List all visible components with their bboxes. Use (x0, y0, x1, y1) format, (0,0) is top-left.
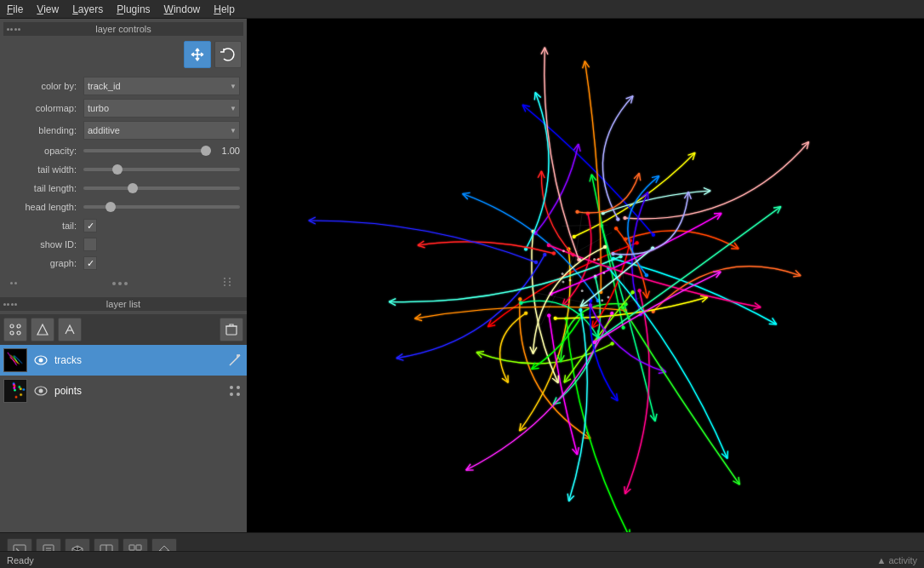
blending-dropdown-wrapper: additive translucent opaque (83, 121, 240, 140)
menubar: File View Layers Plugins Window Help (0, 0, 924, 19)
panel-handle-dots (10, 282, 17, 284)
new-labels-button[interactable] (58, 318, 82, 341)
menu-plugins[interactable]: Plugins (110, 2, 157, 17)
graph-checkbox[interactable] (83, 256, 97, 270)
panel-resize-handle[interactable] (223, 276, 237, 290)
head-length-label: head length: (7, 202, 83, 212)
tail-length-slider[interactable] (83, 186, 240, 190)
svg-point-16 (230, 386, 233, 389)
color-by-row: color by: track_id label age speed (3, 75, 243, 97)
status-text: Ready (7, 555, 876, 565)
svg-point-7 (17, 324, 20, 328)
graph-label: graph: (7, 258, 83, 268)
rotate-tool-button[interactable] (214, 41, 242, 68)
layer-list-label: layer list (106, 299, 140, 309)
show-id-checkbox[interactable] (83, 238, 97, 251)
colormap-dropdown[interactable]: turbo viridis plasma magma inferno (83, 99, 240, 118)
layer-list-header: layer list (0, 297, 247, 311)
colormap-row: colormap: turbo viridis plasma magma inf… (3, 97, 243, 119)
menu-window[interactable]: Window (157, 2, 208, 17)
tail-width-row: tail width: (3, 160, 243, 179)
svg-point-5 (229, 284, 231, 286)
color-by-dropdown[interactable]: track_id label age speed (83, 77, 240, 95)
points-layer-name: points (54, 385, 221, 397)
points-visibility-toggle[interactable] (32, 382, 49, 399)
menu-help[interactable]: Help (207, 2, 242, 17)
menu-file[interactable]: File (0, 2, 30, 17)
svg-point-9 (17, 331, 20, 335)
tracks-visibility-toggle[interactable] (32, 352, 49, 369)
blending-dropdown[interactable]: additive translucent opaque (83, 121, 240, 140)
opacity-slider-container: 1.00 (83, 146, 240, 156)
new-shapes-button[interactable] (31, 318, 54, 341)
points-type-icon (226, 382, 243, 399)
tail-length-label: tail length: (7, 183, 83, 193)
move-tool-button[interactable] (184, 41, 211, 68)
svg-point-1 (229, 278, 231, 279)
menu-layers[interactable]: Layers (66, 2, 110, 17)
layer-controls-header: layer controls (3, 22, 243, 36)
svg-point-13 (39, 359, 43, 363)
svg-rect-24 (136, 545, 141, 550)
tail-width-label: tail width: (7, 164, 83, 175)
layer-list-handle (3, 303, 17, 306)
color-by-label: color by: (7, 81, 83, 91)
svg-point-17 (237, 386, 240, 389)
layer-item-points[interactable]: points (0, 376, 247, 406)
color-by-dropdown-wrapper: track_id label age speed (83, 77, 240, 95)
menu-view[interactable]: View (30, 2, 66, 17)
layer-item-tracks[interactable]: tracks (0, 345, 247, 376)
layer-controls-handle (7, 28, 20, 31)
tracks-layer-name: tracks (54, 354, 221, 366)
show-id-label: show ID: (7, 239, 83, 250)
tail-checkbox-row: tail: (3, 216, 243, 235)
tail-length-row: tail length: (3, 179, 243, 198)
svg-point-19 (237, 393, 240, 396)
svg-point-18 (230, 393, 233, 396)
tail-checkbox-label: tail: (7, 221, 83, 231)
head-length-slider[interactable] (83, 205, 240, 209)
layer-controls-section: layer controls color by: track_id (0, 19, 247, 297)
svg-point-2 (224, 281, 225, 283)
layer-thumbnail-tracks (3, 348, 27, 372)
opacity-label: opacity: (7, 146, 83, 156)
status-bar: Ready ▲ activity (0, 551, 924, 568)
tail-width-slider[interactable] (83, 168, 240, 171)
head-length-row: head length: (3, 198, 243, 216)
svg-point-3 (229, 281, 231, 283)
head-length-slider-container (83, 205, 240, 209)
tail-checkbox[interactable] (83, 219, 97, 232)
delete-layer-button[interactable] (220, 318, 243, 341)
activity-label: ▲ activity (876, 555, 917, 565)
svg-point-6 (10, 324, 14, 328)
svg-point-8 (10, 331, 14, 335)
svg-point-0 (224, 278, 225, 279)
canvas-area[interactable] (247, 19, 924, 532)
svg-point-15 (39, 389, 43, 393)
layer-tools (3, 39, 243, 70)
tail-width-slider-container (83, 168, 240, 171)
opacity-value: 1.00 (214, 146, 240, 156)
left-panel: layer controls color by: track_id (0, 19, 247, 532)
colormap-dropdown-wrapper: turbo viridis plasma magma inferno (83, 99, 240, 118)
expander-dots (111, 280, 129, 287)
show-id-row: show ID: (3, 235, 243, 254)
layer-controls-label: layer controls (95, 24, 151, 34)
new-points-button[interactable] (3, 318, 27, 341)
layer-list-section: layer list tracks (0, 297, 247, 532)
tracks-type-icon (226, 352, 243, 369)
opacity-slider[interactable] (83, 149, 211, 152)
layer-thumbnail-points (3, 379, 27, 403)
svg-rect-11 (226, 326, 237, 335)
opacity-row: opacity: 1.00 (3, 141, 243, 160)
graph-row: graph: (3, 254, 243, 273)
svg-rect-23 (129, 545, 134, 550)
blending-row: blending: additive translucent opaque (3, 119, 243, 141)
svg-point-4 (224, 284, 225, 286)
tail-length-slider-container (83, 186, 240, 190)
svg-marker-10 (37, 324, 48, 335)
layer-list-toolbar (0, 314, 247, 345)
track-canvas[interactable] (247, 19, 924, 532)
colormap-label: colormap: (7, 103, 83, 113)
blending-label: blending: (7, 125, 83, 135)
